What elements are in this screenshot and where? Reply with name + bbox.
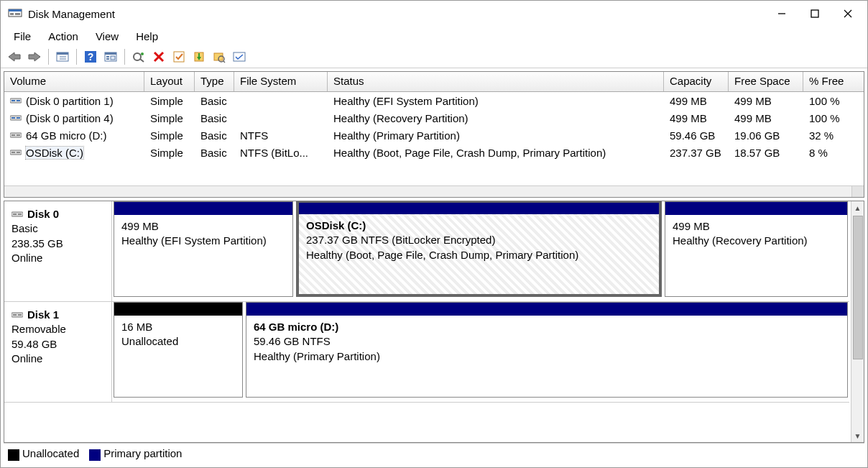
disk-partitions: 499 MBHealthy (EFI System Partition)OSDi…	[112, 201, 849, 301]
scroll-thumb[interactable]	[853, 216, 863, 359]
refresh-button[interactable]	[129, 47, 148, 66]
partition-title: 64 GB micro (D:)	[254, 320, 840, 334]
legend-swatch-primary	[89, 449, 101, 461]
svg-rect-18	[106, 56, 109, 58]
menu-help[interactable]: Help	[127, 29, 167, 44]
partition-color-bar	[114, 303, 242, 316]
volume-row[interactable]: 64 GB micro (D:)SimpleBasicNTFSHealthy (…	[4, 127, 864, 144]
disk-row: Disk 0Basic238.35 GBOnline499 MBHealthy …	[4, 201, 849, 302]
svg-rect-42	[17, 134, 20, 136]
svg-rect-2	[10, 13, 14, 15]
partition-line2: Healthy (EFI System Partition)	[121, 234, 285, 248]
partition-color-bar	[665, 202, 847, 215]
properties-button[interactable]	[170, 47, 188, 66]
svg-rect-51	[18, 314, 22, 316]
col-status[interactable]: Status	[328, 72, 664, 91]
volume-status: Healthy (Boot, Page File, Crash Dump, Pr…	[328, 145, 664, 160]
volume-fs	[234, 99, 328, 102]
volume-type: Basic	[195, 145, 234, 160]
disk-state: Online	[11, 251, 104, 265]
col-pctfree[interactable]: % Free	[803, 72, 851, 91]
partition-line1: 237.37 GB NTFS (BitLocker Encrypted)	[306, 233, 652, 247]
menu-file[interactable]: File	[5, 29, 40, 44]
partition[interactable]: OSDisk (C:)237.37 GB NTFS (BitLocker Enc…	[296, 201, 662, 297]
menu-view[interactable]: View	[87, 29, 127, 44]
partition-title: OSDisk (C:)	[306, 219, 652, 233]
svg-rect-45	[17, 152, 20, 153]
disk-kind: Basic	[11, 221, 104, 236]
volume-free: 499 MB	[729, 93, 803, 109]
options-button[interactable]	[230, 47, 249, 66]
window-title: Disk Management	[28, 8, 115, 20]
col-capacity[interactable]: Capacity	[664, 72, 729, 91]
partition-line1: 499 MB	[673, 219, 840, 234]
partition-line1: 59.46 GB NTFS	[254, 334, 840, 349]
svg-marker-9	[29, 52, 40, 61]
settings-list-button[interactable]	[101, 47, 120, 66]
partition-line2: Healthy (Primary Partition)	[254, 349, 840, 364]
new-button[interactable]	[190, 47, 208, 66]
svg-rect-33	[234, 52, 245, 61]
volume-capacity: 59.46 GB	[664, 128, 729, 143]
partition-line1: 499 MB	[121, 219, 285, 234]
close-button[interactable]	[831, 2, 864, 25]
volume-layout: Simple	[144, 145, 195, 160]
svg-rect-11	[57, 52, 68, 55]
col-layout[interactable]: Layout	[144, 72, 195, 91]
volume-row[interactable]: (Disk 0 partition 1)SimpleBasicHealthy (…	[4, 92, 864, 109]
svg-line-32	[223, 61, 225, 63]
partition[interactable]: 499 MBHealthy (EFI System Partition)	[114, 201, 293, 297]
col-volume[interactable]: Volume	[4, 72, 144, 91]
disk-row: Disk 1Removable59.48 GBOnline16 MBUnallo…	[4, 302, 849, 403]
partition-line2: Healthy (Recovery Partition)	[673, 234, 840, 248]
forward-button[interactable]	[25, 47, 44, 66]
explore-button[interactable]	[210, 47, 228, 66]
volume-pctfree: 8 %	[803, 145, 851, 160]
volume-capacity: 499 MB	[664, 111, 729, 126]
disk-state: Online	[11, 352, 104, 366]
svg-rect-20	[111, 56, 115, 60]
svg-text:?: ?	[88, 51, 94, 63]
disk-label[interactable]: Disk 1Removable59.48 GBOnline	[4, 302, 112, 402]
disk-label[interactable]: Disk 0Basic238.35 GBOnline	[4, 201, 112, 301]
toolbar: ?	[1, 45, 867, 68]
col-freespace[interactable]: Free Space	[729, 72, 803, 91]
volume-layout: Simple	[144, 111, 195, 126]
volume-pctfree: 32 %	[803, 128, 851, 143]
volume-status: Healthy (Recovery Partition)	[328, 111, 664, 126]
disk-partitions: 16 MBUnallocated64 GB micro (D:)59.46 GB…	[112, 302, 849, 402]
help-button[interactable]: ?	[81, 47, 100, 66]
partition[interactable]: 499 MBHealthy (Recovery Partition)	[665, 201, 848, 297]
menu-action[interactable]: Action	[40, 29, 87, 44]
volume-free: 18.57 GB	[729, 145, 803, 160]
partition-line2: Unallocated	[121, 334, 235, 349]
volume-pctfree: 100 %	[803, 111, 851, 126]
horizontal-scrollbar[interactable]	[4, 185, 864, 197]
scroll-up-icon[interactable]: ▲	[854, 201, 862, 214]
scroll-down-icon[interactable]: ▼	[854, 429, 862, 442]
svg-rect-17	[105, 52, 116, 55]
col-type[interactable]: Type	[195, 72, 234, 91]
minimize-button[interactable]	[765, 2, 798, 25]
legend-label-unallocated: Unallocated	[22, 447, 79, 459]
volume-list: Volume Layout Type File System Status Ca…	[4, 71, 864, 198]
legend-label-primary: Primary partition	[103, 447, 182, 459]
col-filesystem[interactable]: File System	[234, 72, 328, 91]
volume-row[interactable]: (Disk 0 partition 4)SimpleBasicHealthy (…	[4, 109, 864, 127]
volume-row[interactable]: OSDisk (C:)SimpleBasicNTFS (BitLo...Heal…	[4, 144, 864, 161]
volume-status: Healthy (EFI System Partition)	[328, 93, 664, 109]
svg-point-23	[141, 52, 144, 55]
volume-free: 499 MB	[729, 111, 803, 126]
volume-fs: NTFS (BitLo...	[234, 145, 328, 160]
maximize-button[interactable]	[798, 2, 831, 25]
show-hide-console-tree-button[interactable]	[53, 47, 72, 66]
vertical-scrollbar[interactable]: ▲ ▼	[851, 201, 864, 442]
partition[interactable]: 64 GB micro (D:)59.46 GB NTFSHealthy (Pr…	[246, 302, 848, 398]
back-button[interactable]	[5, 47, 24, 66]
partition-color-bar	[299, 203, 659, 214]
svg-rect-5	[811, 10, 818, 17]
delete-button[interactable]	[149, 47, 168, 66]
svg-rect-29	[198, 53, 200, 58]
volume-type: Basic	[195, 128, 234, 143]
partition-unallocated[interactable]: 16 MBUnallocated	[114, 302, 243, 398]
